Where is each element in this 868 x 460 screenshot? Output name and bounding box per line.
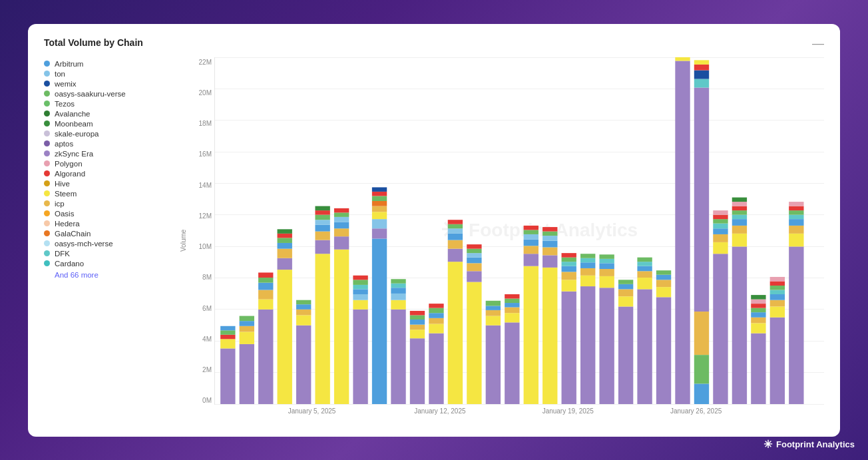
svg-rect-82 <box>448 224 463 228</box>
y-tick: 20M <box>189 89 214 97</box>
svg-rect-161 <box>713 254 728 404</box>
y-tick: 2M <box>189 366 214 373</box>
svg-rect-14 <box>258 278 273 283</box>
svg-rect-100 <box>505 298 519 303</box>
svg-rect-61 <box>391 293 405 300</box>
svg-rect-13 <box>258 282 273 290</box>
svg-rect-7 <box>240 326 254 332</box>
legend-item-label: oasys-mch-verse <box>55 240 113 248</box>
svg-rect-65 <box>410 338 425 404</box>
svg-rect-134 <box>599 254 614 259</box>
minimize-button[interactable]: — <box>812 37 824 49</box>
svg-rect-200 <box>789 206 803 210</box>
svg-rect-117 <box>562 280 576 291</box>
legend-item: Oasis <box>44 210 177 218</box>
svg-rect-143 <box>637 266 652 271</box>
svg-rect-198 <box>789 214 803 219</box>
svg-rect-19 <box>278 242 292 248</box>
bars-container: ✳ Footprint Analytics <box>214 57 824 405</box>
svg-rect-153 <box>694 87 709 311</box>
svg-rect-51 <box>372 228 387 238</box>
legend-item: Avalanche <box>44 110 177 118</box>
legend-item-label: Arbitrum <box>55 60 83 68</box>
card-header: Total Volume by Chain — <box>44 37 824 49</box>
legend-dot <box>44 240 50 246</box>
bars-chart <box>215 57 824 404</box>
svg-rect-95 <box>486 300 501 306</box>
svg-rect-125 <box>580 268 595 275</box>
svg-rect-146 <box>656 297 671 404</box>
svg-rect-9 <box>240 316 254 321</box>
svg-rect-184 <box>751 299 765 304</box>
legend-item-label: skale-europa <box>55 130 99 138</box>
svg-rect-36 <box>334 249 349 403</box>
svg-rect-99 <box>505 303 519 308</box>
svg-rect-115 <box>542 227 557 232</box>
svg-rect-46 <box>353 289 367 294</box>
svg-rect-83 <box>448 220 463 224</box>
svg-rect-145 <box>637 257 652 262</box>
legend-dot <box>44 190 50 196</box>
svg-rect-196 <box>789 225 803 233</box>
svg-rect-58 <box>372 187 387 192</box>
svg-rect-166 <box>713 219 728 224</box>
svg-rect-79 <box>448 240 463 248</box>
svg-rect-64 <box>391 279 405 284</box>
svg-rect-177 <box>732 197 747 202</box>
svg-rect-44 <box>353 300 367 309</box>
legend-item: skale-europa <box>44 130 177 138</box>
svg-rect-173 <box>732 214 747 219</box>
svg-rect-140 <box>637 289 652 404</box>
svg-rect-175 <box>732 206 747 210</box>
legend-dot <box>44 120 50 126</box>
legend-dot <box>44 101 50 107</box>
svg-rect-30 <box>315 231 329 240</box>
y-tick: 8M <box>189 274 214 281</box>
legend-dot <box>44 250 50 256</box>
svg-rect-12 <box>258 290 273 299</box>
legend-dot <box>44 230 50 236</box>
svg-rect-127 <box>580 258 595 262</box>
legend-dot <box>44 140 50 146</box>
svg-rect-162 <box>713 242 728 253</box>
svg-rect-109 <box>542 267 557 403</box>
y-tick: 18M <box>189 120 214 127</box>
y-tick: 4M <box>189 336 214 343</box>
svg-rect-84 <box>467 282 481 403</box>
svg-rect-187 <box>770 306 785 317</box>
legend-more-link[interactable]: And 66 more <box>44 271 177 279</box>
legend-item: Cardano <box>44 260 177 268</box>
svg-rect-3 <box>220 330 235 335</box>
svg-rect-172 <box>732 219 747 226</box>
svg-rect-195 <box>789 233 803 246</box>
svg-rect-102 <box>524 266 539 403</box>
svg-rect-55 <box>372 200 387 206</box>
legend-item: Arbitrum <box>44 60 177 68</box>
legend-dot <box>44 260 50 266</box>
svg-rect-163 <box>713 234 728 242</box>
svg-rect-147 <box>656 287 671 297</box>
svg-rect-10 <box>258 309 273 403</box>
legend-dot <box>44 170 50 176</box>
svg-rect-38 <box>334 228 349 236</box>
svg-rect-169 <box>732 246 747 404</box>
svg-rect-66 <box>410 330 425 338</box>
svg-rect-181 <box>751 312 765 318</box>
svg-rect-151 <box>675 61 690 404</box>
svg-rect-4 <box>220 326 235 330</box>
legend-item: oasys-saakuru-verse <box>44 90 177 98</box>
svg-rect-190 <box>770 290 785 294</box>
svg-rect-40 <box>334 216 349 222</box>
x-tick: January 12, 2025 <box>414 407 465 415</box>
legend-item: aptos <box>44 140 177 148</box>
svg-rect-165 <box>713 223 728 228</box>
legend-dot <box>44 71 50 77</box>
legend-item-label: Oasis <box>55 210 74 218</box>
svg-rect-121 <box>562 257 576 262</box>
svg-rect-93 <box>486 310 501 316</box>
svg-rect-159 <box>694 355 709 383</box>
svg-rect-171 <box>732 225 747 233</box>
svg-rect-132 <box>599 263 614 269</box>
svg-rect-101 <box>505 294 519 299</box>
svg-rect-179 <box>751 323 765 333</box>
